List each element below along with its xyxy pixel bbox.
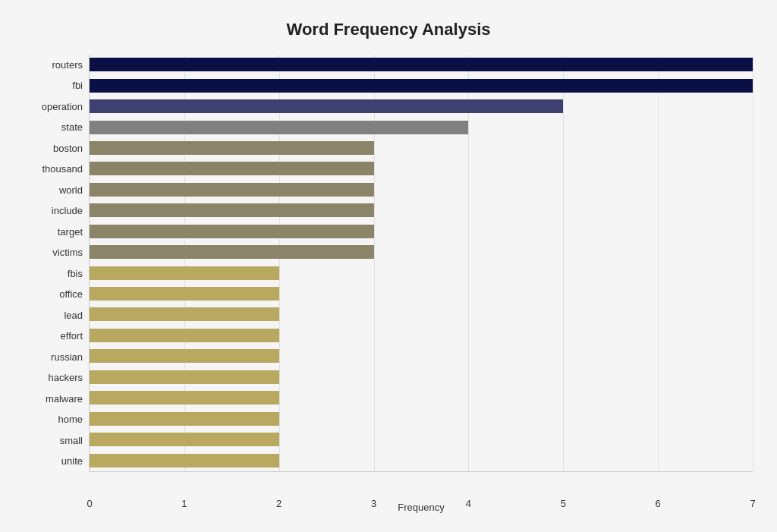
bar-office: [90, 287, 279, 301]
y-label-victims: victims: [52, 247, 83, 258]
y-label-lead: lead: [64, 310, 83, 321]
bar-row-small: [90, 431, 753, 448]
grid-line-4: [468, 55, 469, 471]
grid-line-5: [563, 55, 564, 471]
y-label-effort: effort: [61, 330, 83, 342]
bar-row-russian: [90, 348, 753, 364]
bar-row-thousand: [90, 160, 753, 177]
grid-line-7: [753, 55, 753, 471]
grid-line-1: [184, 55, 185, 471]
y-label-hackers: hackers: [48, 372, 83, 383]
y-label-routers: routers: [52, 59, 83, 71]
bar-row-include: [90, 202, 753, 219]
bar-row-routers: [90, 56, 753, 73]
grid-line-3: [374, 55, 375, 471]
bar-row-operation: [90, 98, 753, 115]
y-label-malware: malware: [46, 393, 83, 405]
bar-row-unite: [90, 452, 753, 469]
chart-title: Word Frequency Analysis: [24, 20, 753, 39]
bar-hackers: [90, 370, 279, 384]
bar-row-victims: [90, 244, 753, 260]
y-label-russian: russian: [51, 351, 83, 363]
y-label-boston: boston: [53, 143, 83, 154]
chart-area: routersfbioperationstatebostonthousandwo…: [24, 55, 753, 472]
bar-routers: [90, 58, 753, 71]
bar-victims: [90, 245, 374, 259]
bar-row-home: [90, 411, 753, 427]
bar-home: [90, 412, 279, 426]
x-axis-title: Frequency: [90, 502, 753, 513]
bar-row-lead: [90, 306, 753, 323]
bar-target: [90, 225, 374, 238]
y-label-fbi: fbi: [72, 80, 83, 91]
bar-fbis: [90, 266, 279, 280]
bar-fbi: [90, 79, 753, 93]
y-label-operation: operation: [42, 101, 83, 112]
bar-row-boston: [90, 140, 753, 156]
bar-row-malware: [90, 389, 753, 406]
chart-container: Word Frequency Analysis routersfbioperat…: [9, 5, 768, 528]
bar-lead: [90, 307, 279, 321]
y-label-target: target: [58, 226, 83, 238]
y-axis: routersfbioperationstatebostonthousandwo…: [24, 55, 89, 472]
bar-include: [90, 203, 374, 217]
bar-state: [90, 121, 468, 134]
grid-line-2: [279, 55, 280, 471]
bar-russian: [90, 349, 279, 363]
y-label-thousand: thousand: [42, 163, 83, 175]
bar-malware: [90, 391, 279, 405]
y-label-world: world: [59, 184, 83, 196]
y-label-fbis: fbis: [68, 268, 83, 279]
bar-world: [90, 183, 374, 197]
y-label-office: office: [59, 288, 83, 300]
bar-operation: [90, 99, 563, 113]
bar-row-fbi: [90, 77, 753, 94]
y-label-home: home: [58, 414, 83, 425]
bar-small: [90, 433, 279, 446]
bar-thousand: [90, 162, 374, 175]
plot-area: 01234567 Frequency: [89, 55, 753, 472]
bar-row-hackers: [90, 369, 753, 386]
bar-row-office: [90, 285, 753, 302]
y-label-small: small: [60, 435, 83, 446]
bar-row-state: [90, 119, 753, 136]
y-label-unite: unite: [61, 455, 83, 467]
bar-row-effort: [90, 327, 753, 344]
bar-row-target: [90, 223, 753, 240]
grid-line-6: [658, 55, 659, 471]
bar-row-fbis: [90, 265, 753, 282]
bar-boston: [90, 141, 374, 155]
bar-unite: [90, 454, 279, 467]
bar-row-world: [90, 181, 753, 198]
y-label-state: state: [61, 121, 83, 133]
bar-effort: [90, 329, 279, 342]
y-label-include: include: [52, 205, 83, 216]
